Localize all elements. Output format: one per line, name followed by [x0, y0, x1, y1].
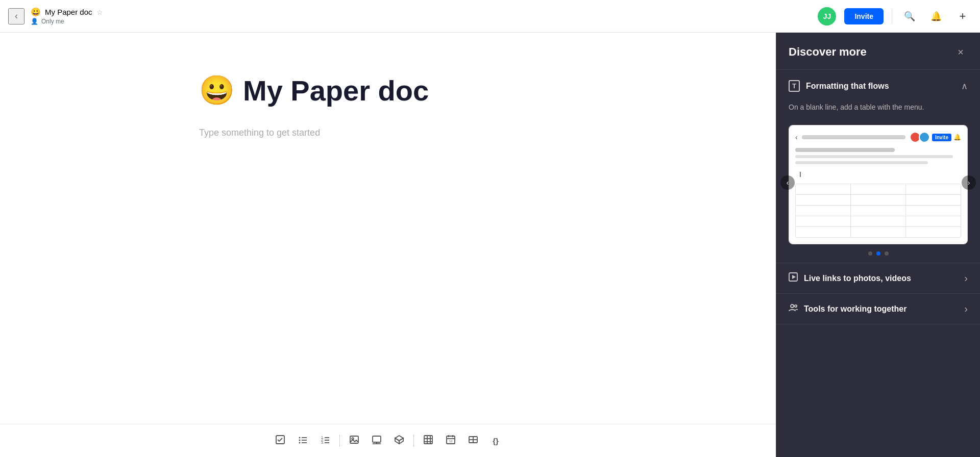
toolbar-divider-2: [413, 435, 414, 447]
chevron-right-icon-1: ›: [964, 272, 968, 284]
carousel-container: ‹ Invite 🔔: [776, 121, 980, 244]
dropbox-tool[interactable]: [389, 430, 409, 451]
header-right: JJ Invite 🔍 🔔 +: [818, 7, 972, 26]
table-icon: [423, 435, 433, 447]
doc-title-row: 😀 My Paper doc ☆: [31, 7, 812, 17]
person-icon: 👤: [31, 18, 38, 25]
close-icon: ×: [958, 46, 964, 58]
checkbox-icon: [275, 435, 285, 447]
editor-area: 😀 My Paper doc Type something to get sta…: [0, 33, 776, 457]
table-cell: [906, 184, 961, 194]
table-cell: [796, 184, 851, 194]
carousel-cursor: I: [799, 170, 961, 179]
svg-text:3.: 3.: [321, 441, 324, 444]
tools-section: Tools for working together ›: [776, 294, 980, 324]
carousel-prev-button[interactable]: ‹: [780, 175, 795, 190]
invite-label: Invite: [854, 12, 873, 20]
svg-marker-18: [395, 436, 403, 441]
main-area: 😀 My Paper doc Type something to get sta…: [0, 33, 980, 457]
search-icon: 🔍: [904, 11, 915, 22]
people-icon: [789, 303, 798, 315]
dropbox-icon: [394, 435, 404, 447]
code-icon: {}: [493, 437, 499, 445]
calendar-icon: 12: [446, 435, 456, 447]
carousel-content-lines: [795, 148, 961, 164]
bullet-list-icon: [298, 435, 308, 447]
privacy-label: Only me: [41, 18, 64, 25]
calendar-tool[interactable]: 12: [440, 430, 461, 451]
doc-main-title: My Paper doc: [243, 74, 429, 107]
table-row-5: [796, 227, 961, 237]
panel-title: Discover more: [789, 45, 867, 59]
chevron-right-icon-2: ›: [964, 303, 968, 315]
table-cell: [906, 195, 961, 205]
invite-button[interactable]: Invite: [844, 8, 884, 24]
layout-tool[interactable]: [463, 430, 483, 451]
carousel-invite-mini: Invite: [932, 134, 951, 141]
star-icon[interactable]: ☆: [96, 8, 103, 16]
carousel-table-preview: [795, 184, 961, 238]
editor-placeholder[interactable]: Type something to get started: [199, 128, 320, 138]
table-cell: [796, 206, 851, 216]
add-icon: +: [960, 10, 966, 23]
tools-label: Tools for working together: [804, 304, 958, 314]
bullet-list-tool[interactable]: [292, 430, 313, 451]
content-line-2: [795, 155, 953, 158]
carousel-dots: [776, 244, 980, 263]
checkbox-tool[interactable]: [270, 430, 290, 451]
notifications-button[interactable]: 🔔: [927, 7, 945, 26]
play-icon: [789, 272, 798, 284]
header-divider: [892, 9, 892, 23]
table-cell: [851, 195, 906, 205]
code-tool[interactable]: {}: [485, 430, 506, 451]
svg-marker-20: [395, 438, 399, 444]
svg-marker-19: [399, 438, 403, 444]
back-button[interactable]: ‹: [8, 8, 24, 24]
editor-content: 😀 My Paper doc Type something to get sta…: [168, 33, 607, 424]
dot-2[interactable]: [876, 251, 880, 256]
formatting-icon: T: [789, 80, 800, 92]
table-cell: [851, 184, 906, 194]
table-row-1: [796, 184, 961, 195]
avatar-initials: JJ: [823, 12, 831, 20]
doc-emoji-large: 😀: [199, 73, 235, 107]
table-cell: [906, 206, 961, 216]
doc-title-row-main: 😀 My Paper doc: [199, 73, 429, 107]
live-links-label: Live links to photos, videos: [804, 274, 958, 283]
discover-panel: Discover more × T Formatting that flows …: [776, 33, 980, 457]
live-links-section-header[interactable]: Live links to photos, videos ›: [776, 263, 980, 293]
numbered-list-tool[interactable]: 1. 2. 3.: [315, 430, 335, 451]
formatting-section-header[interactable]: T Formatting that flows ∧: [776, 70, 980, 102]
svg-rect-15: [373, 436, 381, 442]
table-row-3: [796, 206, 961, 216]
content-line-3: [795, 161, 928, 164]
doc-title-text: My Paper doc: [45, 8, 92, 16]
svg-rect-21: [424, 436, 432, 444]
bell-icon: 🔔: [930, 11, 942, 22]
svg-marker-35: [792, 275, 796, 279]
dot-3[interactable]: [885, 251, 889, 256]
embed-icon: [372, 435, 382, 447]
add-button[interactable]: +: [953, 7, 972, 26]
doc-info: 😀 My Paper doc ☆ 👤 Only me: [31, 7, 812, 25]
back-icon: ‹: [15, 11, 18, 21]
carousel-next-button[interactable]: ›: [962, 175, 976, 190]
search-button[interactable]: 🔍: [900, 7, 919, 26]
svg-point-36: [791, 304, 794, 308]
image-icon: [349, 435, 359, 447]
carousel-frame: ‹ Invite 🔔: [789, 125, 968, 244]
carousel-header-bar: [802, 135, 905, 139]
content-line-1: [795, 148, 895, 152]
formatting-label: Formatting that flows: [806, 82, 955, 91]
panel-close-button[interactable]: ×: [953, 45, 968, 59]
table-cell: [851, 216, 906, 226]
image-tool[interactable]: [344, 430, 364, 451]
chevron-up-icon: ∧: [961, 81, 968, 92]
svg-point-2: [299, 439, 301, 441]
tools-section-header[interactable]: Tools for working together ›: [776, 294, 980, 324]
table-tool[interactable]: [418, 430, 438, 451]
table-row-2: [796, 195, 961, 206]
embed-tool[interactable]: [366, 430, 387, 451]
table-cell: [851, 227, 906, 237]
dot-1[interactable]: [868, 251, 872, 256]
